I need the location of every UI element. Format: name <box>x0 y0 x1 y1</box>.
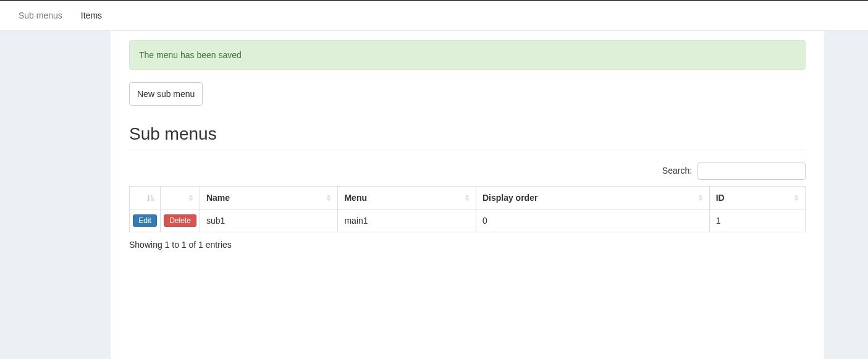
top-nav: Sub menus Items <box>0 0 868 31</box>
table-row: Edit Delete sub1 main1 0 1 <box>130 209 806 232</box>
delete-button[interactable]: Delete <box>164 214 196 227</box>
edit-button[interactable]: Edit <box>133 214 157 227</box>
search-label: Search: <box>662 166 692 175</box>
table-info: Showing 1 to 1 of 1 entries <box>129 240 806 250</box>
search-wrap: Search: <box>129 163 806 180</box>
col-header-menu[interactable]: Menu <box>338 187 476 209</box>
alert-message: The menu has been saved <box>139 50 242 60</box>
content-wrapper: The menu has been saved New sub menu Sub… <box>0 31 868 359</box>
new-sub-menu-button[interactable]: New sub menu <box>129 82 203 106</box>
cell-menu: main1 <box>338 209 476 232</box>
cell-delete: Delete <box>160 209 200 232</box>
cell-edit: Edit <box>130 209 161 232</box>
cell-id: 1 <box>709 209 805 232</box>
sidebar-spacer <box>0 31 111 359</box>
sort-asc-icon <box>146 193 155 202</box>
col-header-id-label: ID <box>716 193 725 203</box>
page-title: Sub menus <box>129 124 806 150</box>
sort-icon <box>463 193 471 202</box>
main-panel: The menu has been saved New sub menu Sub… <box>111 31 824 359</box>
cell-name: sub1 <box>200 209 337 232</box>
cell-display-order: 0 <box>476 209 709 232</box>
table-header-row: Name Menu Display order <box>130 187 806 209</box>
sort-icon <box>697 193 704 202</box>
sort-icon <box>793 193 800 202</box>
col-header-name[interactable]: Name <box>200 187 337 209</box>
col-header-delete[interactable] <box>160 187 200 209</box>
col-header-display-order-label: Display order <box>482 193 537 203</box>
col-header-menu-label: Menu <box>344 193 367 203</box>
col-header-id[interactable]: ID <box>709 187 805 209</box>
col-header-edit[interactable] <box>130 187 161 209</box>
sub-menus-table: Name Menu Display order <box>129 186 806 232</box>
col-header-display-order[interactable]: Display order <box>476 187 709 209</box>
nav-tab-items[interactable]: Items <box>72 1 111 30</box>
search-input[interactable] <box>697 163 806 180</box>
nav-tab-sub-menus[interactable]: Sub menus <box>9 1 72 30</box>
sort-icon <box>325 193 332 202</box>
alert-success: The menu has been saved <box>129 40 806 70</box>
col-header-name-label: Name <box>206 193 230 203</box>
sort-icon <box>187 193 195 202</box>
